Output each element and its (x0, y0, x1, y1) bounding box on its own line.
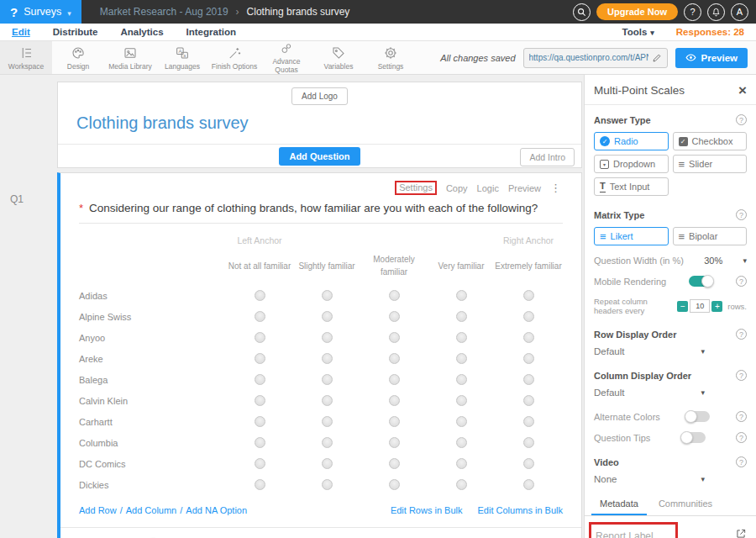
report-label-input[interactable]: Report Label (594, 528, 726, 538)
matrix-radio[interactable] (389, 290, 400, 301)
tool-media-library[interactable]: Media Library (104, 41, 156, 74)
tab-analytics[interactable]: Analytics (120, 27, 163, 37)
matrix-radio[interactable] (255, 458, 265, 469)
tab-distribute[interactable]: Distribute (53, 27, 98, 37)
matrix-radio[interactable] (456, 437, 467, 448)
answer-type-checkbox[interactable]: Checkbox (673, 132, 748, 150)
tool-workspace[interactable]: Workspace (0, 41, 52, 74)
search-button[interactable] (573, 3, 591, 21)
matrix-radio[interactable] (523, 353, 534, 364)
stepper-plus-button[interactable]: + (711, 301, 722, 312)
tab-communities[interactable]: Communities (650, 493, 721, 515)
add-row-link[interactable]: Add Row (79, 505, 117, 515)
tool-advance-quotas[interactable]: Advance Quotas (260, 41, 312, 74)
chevron-down-icon[interactable] (743, 256, 747, 265)
matrix-radio[interactable] (523, 290, 534, 301)
alternate-colors-toggle[interactable] (685, 411, 710, 422)
matrix-radio[interactable] (456, 290, 467, 301)
help-icon[interactable] (736, 329, 747, 340)
question-width-value[interactable]: 30% (704, 256, 722, 266)
upgrade-now-button[interactable]: Upgrade Now (596, 3, 678, 20)
column-display-select[interactable]: Default (594, 388, 705, 398)
matrix-radio[interactable] (322, 332, 333, 343)
matrix-radio[interactable] (255, 416, 265, 427)
matrix-radio[interactable] (389, 395, 400, 406)
close-icon[interactable]: × (738, 83, 747, 98)
question-text[interactable]: Considering our range of clothing brands… (89, 202, 538, 214)
tab-integration[interactable]: Integration (186, 27, 236, 37)
video-select[interactable]: None (594, 474, 705, 484)
matrix-radio[interactable] (389, 416, 400, 427)
row-display-select[interactable]: Default (594, 346, 705, 356)
responses-count[interactable]: Responses: 28 (676, 27, 744, 37)
stepper-value[interactable]: 10 (690, 299, 710, 313)
matrix-radio[interactable] (255, 395, 265, 406)
matrix-radio[interactable] (523, 311, 534, 322)
matrix-radio[interactable] (322, 395, 333, 406)
matrix-radio[interactable] (389, 332, 400, 343)
survey-url-field[interactable]: https://qa.questionpro.com/t/APNrFZfQ (523, 48, 668, 68)
matrix-radio[interactable] (389, 479, 400, 490)
answer-type-slider[interactable]: Slider (673, 155, 748, 173)
matrix-radio[interactable] (322, 479, 333, 490)
stepper-minus-button[interactable]: − (677, 301, 688, 312)
matrix-radio[interactable] (389, 374, 400, 385)
help-icon[interactable] (736, 276, 747, 287)
add-question-button[interactable]: Add Question (279, 147, 360, 166)
question-preview-button[interactable]: Preview (508, 183, 541, 193)
answer-type-text-input[interactable]: TText Input (594, 177, 669, 196)
mobile-rendering-toggle[interactable] (689, 276, 713, 287)
matrix-radio[interactable] (255, 479, 265, 490)
matrix-radio[interactable] (389, 437, 400, 448)
matrix-radio[interactable] (255, 353, 265, 364)
matrix-radio[interactable] (523, 416, 534, 427)
matrix-radio[interactable] (255, 311, 265, 322)
matrix-radio[interactable] (523, 395, 534, 406)
preview-button[interactable]: Preview (675, 48, 748, 68)
tab-metadata[interactable]: Metadata (591, 493, 647, 515)
add-logo-button[interactable]: Add Logo (291, 87, 348, 105)
add-intro-button[interactable]: Add Intro (520, 148, 575, 166)
help-icon[interactable] (736, 114, 747, 125)
edit-columns-in-bulk-link[interactable]: Edit Columns in Bulk (478, 505, 564, 515)
notifications-button[interactable] (707, 3, 725, 21)
matrix-radio[interactable] (322, 458, 333, 469)
tool-languages[interactable]: Aa Languages (156, 41, 208, 74)
help-icon[interactable] (736, 432, 747, 443)
matrix-radio[interactable] (456, 458, 467, 469)
matrix-radio[interactable] (523, 374, 534, 385)
matrix-radio[interactable] (523, 458, 534, 469)
matrix-radio[interactable] (255, 290, 265, 301)
avatar[interactable]: A (731, 3, 748, 21)
matrix-radio[interactable] (389, 458, 400, 469)
matrix-radio[interactable] (456, 395, 467, 406)
matrix-radio[interactable] (456, 311, 467, 322)
edit-rows-in-bulk-link[interactable]: Edit Rows in Bulk (391, 505, 463, 515)
question-settings-button[interactable]: Settings (395, 181, 437, 195)
tools-menu[interactable]: Tools (622, 27, 654, 37)
matrix-radio[interactable] (255, 332, 265, 343)
tool-finish-options[interactable]: Finish Options (208, 41, 260, 74)
matrix-radio[interactable] (456, 332, 467, 343)
matrix-radio[interactable] (456, 479, 467, 490)
help-icon[interactable] (736, 370, 747, 381)
matrix-radio[interactable] (389, 353, 400, 364)
tool-variables[interactable]: Variables (312, 41, 365, 74)
tool-settings[interactable]: Settings (365, 41, 417, 74)
kebab-menu-icon[interactable] (550, 182, 561, 194)
tool-design[interactable]: Design (52, 41, 104, 74)
help-icon[interactable] (736, 411, 747, 422)
help-button[interactable]: ? (684, 3, 701, 21)
matrix-radio[interactable] (523, 332, 534, 343)
matrix-radio[interactable] (456, 374, 467, 385)
question-copy-button[interactable]: Copy (446, 183, 468, 193)
matrix-radio[interactable] (523, 437, 534, 448)
breadcrumb-project[interactable]: Market Research - Aug 2019 (100, 6, 228, 18)
matrix-radio[interactable] (322, 290, 333, 301)
matrix-type-bipolar[interactable]: Bipolar (673, 227, 748, 245)
matrix-type-likert[interactable]: Likert (594, 227, 669, 245)
matrix-radio[interactable] (255, 374, 265, 385)
matrix-radio[interactable] (389, 311, 400, 322)
add-na-option-link[interactable]: Add NA Option (186, 505, 247, 515)
matrix-radio[interactable] (322, 374, 333, 385)
